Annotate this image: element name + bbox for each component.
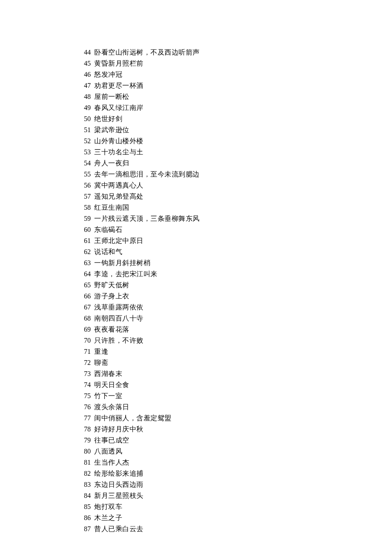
list-item: 79往事已成空 — [79, 435, 392, 446]
item-number: 61 — [79, 235, 91, 246]
list-item: 84新月三星照枝头 — [79, 490, 392, 501]
item-number: 47 — [79, 80, 91, 91]
item-text: 木兰之子 — [94, 512, 122, 523]
item-number: 86 — [79, 512, 91, 523]
list-item: 49春风又绿江南岸 — [79, 102, 392, 113]
item-text: 一片残云遮天顶，三条垂柳舞东风 — [94, 213, 200, 224]
list-item: 48屋前一断松 — [79, 91, 392, 102]
item-text: 昔人已乘白云去 — [94, 523, 144, 535]
item-text: 浅草垂露两依依 — [94, 302, 144, 313]
item-text: 遥知兄弟登高处 — [94, 191, 144, 202]
item-text: 绘形绘影来追捕 — [94, 468, 144, 479]
item-number: 82 — [79, 468, 91, 479]
item-number: 50 — [79, 113, 91, 124]
list-item: 60东临碣石 — [79, 224, 392, 235]
item-number: 59 — [79, 213, 91, 224]
list-item: 75竹下一室 — [79, 390, 392, 402]
item-number: 74 — [79, 379, 91, 390]
item-text: 说话和气 — [94, 246, 122, 257]
item-text: 南朝四百八十寺 — [94, 313, 144, 324]
item-text: 重逢 — [94, 346, 108, 357]
item-text: 红豆生南国 — [94, 202, 130, 213]
item-number: 70 — [79, 335, 91, 346]
item-number: 73 — [79, 368, 91, 379]
list-item: 45黄昏新月照栏前 — [79, 58, 392, 69]
item-number: 62 — [79, 246, 91, 257]
item-text: 往事已成空 — [94, 435, 130, 446]
list-item: 53三十功名尘与土 — [79, 147, 392, 158]
item-number: 76 — [79, 402, 91, 413]
list-item: 68南朝四百八十寺 — [79, 313, 392, 324]
list-item: 65野旷天低树 — [79, 280, 392, 291]
item-text: 野旷天低树 — [94, 280, 130, 291]
item-text: 怒发冲冠 — [94, 69, 122, 80]
item-text: 黄昏新月照栏前 — [94, 58, 144, 69]
list-item: 51梁武帝逊位 — [79, 124, 392, 136]
item-number: 60 — [79, 224, 91, 235]
item-text: 竹下一室 — [94, 390, 122, 402]
list-item: 76渡头余落日 — [79, 402, 392, 413]
list-item: 66游子身上衣 — [79, 291, 392, 302]
item-number: 69 — [79, 324, 91, 335]
item-text: 只许胜，不许败 — [94, 335, 144, 346]
list-item: 78好诗好月庆中秋 — [79, 424, 392, 435]
item-number: 57 — [79, 191, 91, 202]
item-number: 71 — [79, 346, 91, 357]
list-item: 80八面透风 — [79, 446, 392, 457]
list-item: 54舟人一夜归 — [79, 158, 392, 169]
item-text: 舟人一夜归 — [94, 158, 130, 169]
item-number: 87 — [79, 523, 91, 535]
item-number: 49 — [79, 102, 91, 113]
list-item: 63一钩新月斜挂树梢 — [79, 257, 392, 269]
item-number: 75 — [79, 390, 91, 402]
item-text: 去年一滴相思泪，至今未流到腮边 — [94, 169, 200, 180]
item-number: 63 — [79, 257, 91, 269]
item-text: 劝君更尽一杯酒 — [94, 80, 144, 91]
item-number: 56 — [79, 180, 91, 191]
list-item: 57遥知兄弟登高处 — [79, 191, 392, 202]
item-number: 44 — [79, 47, 91, 58]
item-text: 绝世好剑 — [94, 113, 122, 124]
item-text: 春风又绿江南岸 — [94, 102, 144, 113]
list-item: 70只许胜，不许败 — [79, 335, 392, 346]
list-item: 77闺中俏丽人，含羞定鸳盟 — [79, 413, 392, 424]
list-item: 64李逵，去把宋江叫来 — [79, 269, 392, 280]
list-item: 87昔人已乘白云去 — [79, 523, 392, 535]
item-number: 55 — [79, 169, 91, 180]
list-item: 46怒发冲冠 — [79, 69, 392, 80]
item-number: 46 — [79, 69, 91, 80]
item-number: 68 — [79, 313, 91, 324]
item-number: 58 — [79, 202, 91, 213]
item-number: 53 — [79, 147, 91, 158]
item-number: 78 — [79, 424, 91, 435]
list-item: 61王师北定中原日 — [79, 235, 392, 246]
list-item: 83东边日头西边雨 — [79, 479, 392, 490]
list-item: 56冀中两遇真心人 — [79, 180, 392, 191]
list-item: 62说话和气 — [79, 246, 392, 257]
item-text: 东边日头西边雨 — [94, 479, 144, 490]
item-text: 一钩新月斜挂树梢 — [94, 257, 150, 269]
item-number: 52 — [79, 136, 91, 147]
item-number: 79 — [79, 435, 91, 446]
list-item: 86木兰之子 — [79, 512, 392, 523]
list-item: 74明天日全食 — [79, 379, 392, 390]
item-text: 冀中两遇真心人 — [94, 180, 144, 191]
list-item: 73西湖春末 — [79, 368, 392, 379]
item-text: 好诗好月庆中秋 — [94, 424, 144, 435]
item-text: 闺中俏丽人，含羞定鸳盟 — [94, 413, 172, 424]
item-text: 李逵，去把宋江叫来 — [94, 269, 158, 280]
list-item: 50绝世好剑 — [79, 113, 392, 124]
item-number: 64 — [79, 269, 91, 280]
item-text: 卧看空山衔远树，不及西边听箭声 — [94, 47, 200, 58]
item-text: 夜夜看花落 — [94, 324, 130, 335]
item-number: 67 — [79, 302, 91, 313]
item-number: 48 — [79, 91, 91, 102]
list-item: 67浅草垂露两依依 — [79, 302, 392, 313]
list-item: 52山外青山楼外楼 — [79, 136, 392, 147]
list-item: 59一片残云遮天顶，三条垂柳舞东风 — [79, 213, 392, 224]
item-number: 72 — [79, 357, 91, 368]
list-item: 44卧看空山衔远树，不及西边听箭声 — [79, 47, 392, 58]
item-text: 屋前一断松 — [94, 91, 130, 102]
item-text: 新月三星照枝头 — [94, 490, 144, 501]
item-text: 聊斋 — [94, 357, 108, 368]
